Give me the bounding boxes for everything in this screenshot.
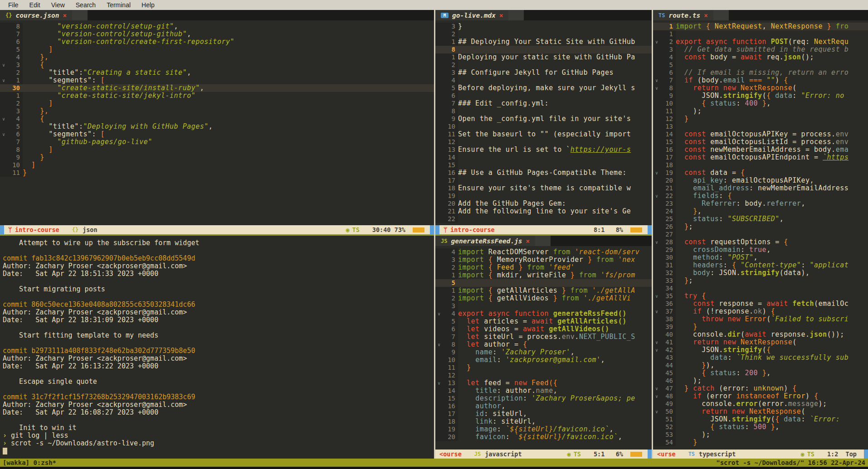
code-line[interactable]: 4 }, <box>0 53 434 61</box>
code-line[interactable]: 12 <box>435 372 652 379</box>
code-line[interactable]: 19 image: `${siteUrl}/favicon.ico`, <box>435 425 652 433</box>
tab-course-json[interactable]: {} course.json × <box>0 10 72 20</box>
code-line[interactable]: 15 const emailOctopusListId = process.en… <box>653 138 868 146</box>
code-line[interactable]: 3} <box>435 23 652 30</box>
menu-search[interactable]: Search <box>70 1 101 9</box>
code-line[interactable]: ∨37 if (!response.ok) { <box>653 308 868 315</box>
code-line[interactable]: 7 "version-control/setup-github", <box>0 30 434 38</box>
code-line[interactable]: 14 title: author.name, <box>435 387 652 395</box>
code-line[interactable]: 1import { getAllArticles } from './getAl… <box>435 287 652 295</box>
code-line[interactable]: 6 // If email is missing, return an erro <box>653 69 868 77</box>
fold-chevron-icon[interactable]: ∨ <box>653 38 660 46</box>
fold-chevron-icon[interactable]: ∨ <box>653 385 660 392</box>
code-line[interactable]: 20 api_key: emailOctopusAPIKey, <box>653 177 868 184</box>
code-line[interactable]: ∨19 const data = { <box>653 169 868 177</box>
fold-chevron-icon[interactable]: ∨ <box>435 310 443 318</box>
fold-chevron-icon[interactable]: ∨ <box>0 131 7 138</box>
code-line[interactable]: 5 "title":"Deploying with GitHub Pages", <box>0 123 434 131</box>
tab-close-icon[interactable]: × <box>526 237 530 245</box>
code-line[interactable]: ∨28 const requestOptions = { <box>653 238 868 246</box>
code-line[interactable]: 29 crossDomain: true, <box>653 246 868 254</box>
code-line[interactable]: 7 let siteUrl = process.env.NEXT_PUBLIC_… <box>435 333 652 341</box>
code-line[interactable]: 17 <box>435 177 652 184</box>
code-line[interactable]: 24 }, <box>653 208 868 215</box>
code-line[interactable]: 4import ReactDOMServer from 'react-dom/s… <box>435 248 652 256</box>
code-line[interactable]: 4 <box>435 77 652 84</box>
code-line[interactable]: 5Before deploying, make sure your Jekyll… <box>435 84 652 92</box>
fold-chevron-icon[interactable]: ∨ <box>653 169 660 177</box>
code-line[interactable]: 18 <box>653 161 868 169</box>
code-line[interactable]: 13 <box>653 123 868 131</box>
code-line[interactable]: 1 "create-static-site/jekyl-intro" <box>0 92 434 100</box>
code-line[interactable]: 2 <box>435 30 652 38</box>
code-line[interactable]: 18 link: siteUrl, <box>435 418 652 425</box>
code-area-go-live-mdx[interactable]: 3}21## Deploying Your Static Site with G… <box>435 20 652 225</box>
code-line[interactable]: 1import { mkdir, writeFile } from 'fs/pr… <box>435 271 652 279</box>
code-line[interactable]: 10 ] <box>0 161 434 169</box>
code-line[interactable]: 22 <box>435 215 652 223</box>
tab-go-live-mdx[interactable]: M go-live.mdx × <box>435 10 508 20</box>
code-line[interactable]: 9 } <box>0 154 434 161</box>
code-line[interactable]: 45 { status: 200 }, <box>653 369 868 377</box>
tab-close-icon[interactable]: × <box>63 12 66 19</box>
code-line[interactable]: 8 "version-control/setup-git", <box>0 23 434 30</box>
code-line[interactable]: 11} <box>0 169 434 177</box>
code-line[interactable]: 40 console.dir(await response.json()); <box>653 331 868 338</box>
code-line[interactable]: 33 }; <box>653 277 868 285</box>
code-line[interactable]: 9Open the _config.yml file in your site'… <box>435 115 652 123</box>
code-line[interactable]: ∨6 "segments": [ <box>0 131 434 138</box>
code-line[interactable]: 44 }), <box>653 362 868 369</box>
code-line[interactable]: ∨48 if (error instanceof Error) { <box>653 392 868 400</box>
code-line[interactable]: ∨4 { <box>0 115 434 123</box>
code-line[interactable]: 2import { getAllVideos } from './getAllV… <box>435 295 652 302</box>
code-line[interactable]: 13Ensure the url is set to `https://your… <box>435 146 652 154</box>
code-line[interactable]: ∨3 { <box>0 61 434 69</box>
fold-chevron-icon[interactable]: ∨ <box>653 84 660 92</box>
tab-close-icon[interactable]: × <box>704 12 707 19</box>
fold-chevron-icon[interactable]: ∨ <box>653 192 660 200</box>
code-line[interactable]: 6 let videos = await getAllVideos() <box>435 325 652 333</box>
code-line[interactable]: 6 <box>435 92 652 100</box>
code-line[interactable]: 27 <box>653 231 868 238</box>
code-line[interactable]: 11 ); <box>653 107 868 115</box>
code-line[interactable]: 15 <box>435 161 652 169</box>
code-line[interactable]: 10 email: 'zackproser@gmail.com', <box>435 356 652 364</box>
code-line[interactable]: 9 name: 'Zachary Proser', <box>435 348 652 356</box>
code-line[interactable]: 23 Referrer: body.referrer, <box>653 200 868 208</box>
code-line[interactable]: 43 data: `Think we successfully sub <box>653 354 868 362</box>
code-line[interactable]: ∨8 let author = { <box>435 341 652 348</box>
fold-chevron-icon[interactable]: ∨ <box>653 392 660 400</box>
code-line[interactable]: 12 } <box>653 115 868 123</box>
fold-chevron-icon[interactable]: ∨ <box>0 115 7 123</box>
menu-edit[interactable]: Edit <box>24 1 46 9</box>
code-line[interactable]: ∨41 return new NextResponse( <box>653 338 868 346</box>
code-line[interactable]: 20Add the GitHub Pages Gem: <box>435 200 652 208</box>
code-line[interactable]: 2 <box>435 61 652 69</box>
fold-chevron-icon[interactable]: ∨ <box>653 77 660 84</box>
code-line[interactable]: 54 } <box>653 439 868 446</box>
code-line[interactable]: 3 // Get data submitted in the request b <box>653 46 868 53</box>
fold-chevron-icon[interactable]: ∨ <box>435 379 443 387</box>
code-line[interactable]: 1import { NextRequest, NextResponse } fr… <box>653 23 868 30</box>
code-line[interactable]: 46 ); <box>653 377 868 385</box>
code-line[interactable]: 21 email_address: newMemberEmailAddress <box>653 184 868 192</box>
code-line[interactable]: 30 method: "POST", <box>653 254 868 261</box>
menu-terminal[interactable]: Terminal <box>101 1 136 9</box>
code-line[interactable]: ∨50 return new NextResponse( <box>653 408 868 416</box>
code-line[interactable]: 17 id: siteUrl, <box>435 410 652 418</box>
code-line[interactable]: 3 <box>435 302 652 310</box>
code-line[interactable]: 8 <box>435 46 652 53</box>
code-line[interactable]: 14 const emailOctopusAPIKey = process.en… <box>653 131 868 138</box>
code-line[interactable]: 7 "github-pages/go-live" <box>0 138 434 146</box>
code-line[interactable]: 1## Deploying Your Static Site with GitH… <box>435 38 652 46</box>
code-line[interactable]: 2 ] <box>0 100 434 107</box>
fold-chevron-icon[interactable]: ∨ <box>653 408 660 416</box>
code-line[interactable]: 32 body: JSON.stringify(data), <box>653 269 868 277</box>
code-line[interactable]: 51 JSON.stringify({ data: `Error: <box>653 416 868 423</box>
code-line[interactable]: 53 ); <box>653 431 868 439</box>
fold-chevron-icon[interactable]: ∨ <box>0 77 7 84</box>
code-line[interactable]: 11 } <box>435 364 652 372</box>
code-line[interactable]: ∨47 } catch (error: unknown) { <box>653 385 868 392</box>
code-area-course-json[interactable]: 8 "version-control/setup-git",7 "version… <box>0 20 434 225</box>
code-line[interactable]: 36 const response = await fetch(emailOc <box>653 300 868 308</box>
